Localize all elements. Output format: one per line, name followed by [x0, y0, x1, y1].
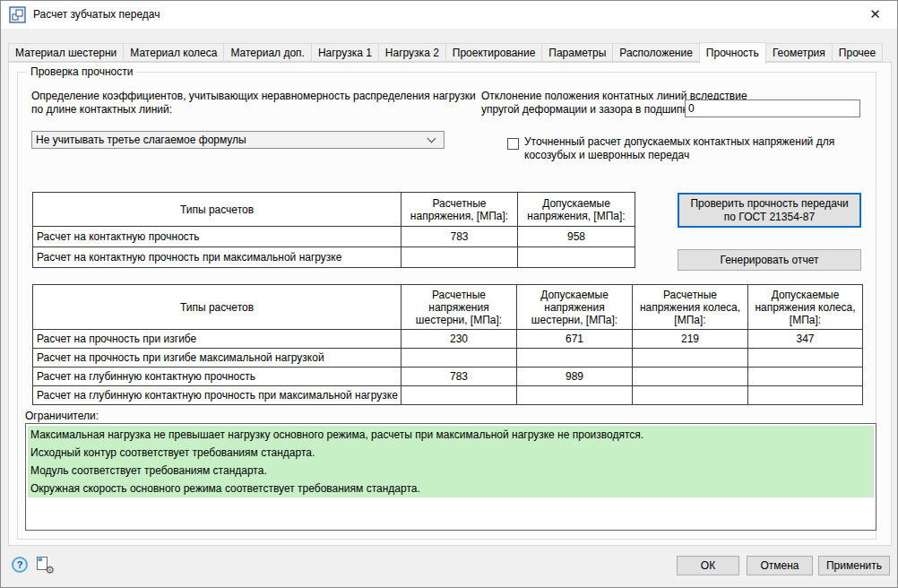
value-cell	[633, 386, 748, 405]
limiter-message: Окружная скорость основного режима соотв…	[28, 480, 874, 497]
coeff-method-value: Не учитывать третье слагаемое формулы	[32, 134, 428, 146]
value-cell: 347	[748, 330, 863, 349]
contact-strength-table: Типы расчетовРасчетные напряжения, [МПа]…	[32, 192, 635, 268]
tab-bar: Материал шестерниМатериал колесаМатериал…	[8, 41, 882, 62]
tab-0[interactable]: Материал шестерни	[8, 43, 124, 62]
value-cell	[402, 247, 518, 268]
value-cell	[517, 386, 633, 405]
row-label-cell: Расчет на прочность при изгибе максималь…	[33, 349, 402, 368]
help-icon[interactable]: ?	[12, 557, 28, 573]
dialog-window: Расчет зубчатых передач ✕ Материал шесте…	[0, 0, 898, 588]
limiters-list[interactable]: Максимальная нагрузка не превышает нагру…	[25, 423, 876, 531]
title-bar: Расчет зубчатых передач ✕	[1, 1, 897, 29]
limiter-message: Модуль соответствует требованиям стандар…	[28, 462, 874, 480]
column-header: Допускаемые напряжения шестерни, [МПа]:	[517, 285, 633, 330]
refined-calc-checkbox[interactable]	[507, 138, 519, 150]
settings-icon[interactable]: ⚙	[35, 556, 52, 573]
tab-1[interactable]: Материал колеса	[123, 43, 224, 62]
value-cell	[518, 247, 635, 268]
value-cell	[748, 386, 863, 405]
row-label-cell: Расчет на контактную прочность	[33, 227, 402, 247]
tab-10[interactable]: Прочее	[832, 43, 883, 62]
column-header: Допускаемые напряжения колеса, [МПа]:	[748, 285, 863, 330]
value-cell	[402, 386, 517, 405]
value-cell: 671	[517, 330, 633, 349]
value-cell	[633, 368, 748, 386]
value-cell: 783	[402, 227, 518, 247]
coeff-method-label: Определение коэффициентов, учитывающих н…	[31, 90, 484, 117]
table-row: Расчет на прочность при изгибе2306712193…	[33, 330, 863, 349]
value-cell: 958	[518, 227, 635, 247]
table-row: Расчет на глубинную контактную прочность…	[33, 386, 863, 405]
row-label-cell: Расчет на глубинную контактную прочность…	[33, 386, 402, 405]
tab-3[interactable]: Нагрузка 1	[311, 43, 379, 62]
value-cell	[517, 349, 633, 368]
table-row: Расчет на контактную прочность783958	[33, 227, 635, 247]
value-cell	[633, 349, 748, 368]
generate-report-button[interactable]: Генерировать отчет	[678, 249, 861, 271]
row-label-cell: Расчет на глубинную контактную прочность	[33, 368, 402, 386]
ok-button[interactable]: ОК	[677, 556, 739, 575]
tab-6[interactable]: Параметры	[541, 43, 613, 62]
limiter-message: Исходный контур соответствует требования…	[28, 444, 874, 462]
column-header: Типы расчетов	[33, 193, 402, 227]
tab-8[interactable]: Прочность	[699, 42, 766, 64]
tab-9[interactable]: Геометрия	[765, 43, 833, 62]
value-cell: 230	[402, 330, 517, 349]
gear-icon: ⚙	[45, 564, 55, 576]
row-label-cell: Расчет на контактную прочность при макси…	[33, 247, 402, 268]
refined-calc-checkbox-label: Уточненный расчет допускаемых контактных…	[524, 135, 865, 162]
limiters-label: Ограничители:	[25, 410, 99, 423]
column-header: Допускаемые напряжения, [МПа]:	[518, 193, 635, 227]
tab-5[interactable]: Проектирование	[445, 43, 543, 62]
bending-strength-table: Типы расчетовРасчетные напряжения шестер…	[32, 284, 863, 405]
column-header: Расчетные напряжения колеса, [МПа]:	[633, 285, 748, 330]
limiter-message: Максимальная нагрузка не превышает нагру…	[28, 426, 874, 444]
tab-7[interactable]: Расположение	[612, 43, 700, 62]
cancel-button[interactable]: Отмена	[747, 556, 813, 575]
apply-button[interactable]: Применить	[818, 556, 890, 575]
results-table: Типы расчетовРасчетные напряжения, [МПа]…	[32, 192, 635, 268]
window-title: Расчет зубчатых передач	[33, 8, 160, 21]
value-cell: 219	[633, 330, 748, 349]
column-header: Типы расчетов	[33, 285, 402, 330]
row-label-cell: Расчет на прочность при изгибе	[33, 330, 402, 349]
deviation-input[interactable]	[685, 99, 860, 117]
table-row: Расчет на прочность при изгибе максималь…	[33, 349, 863, 368]
app-icon	[9, 6, 26, 23]
results-table: Типы расчетовРасчетные напряжения шестер…	[32, 284, 863, 405]
close-icon[interactable]: ✕	[855, 1, 895, 28]
value-cell	[748, 349, 863, 368]
chevron-down-icon	[427, 134, 436, 143]
value-cell	[402, 349, 517, 368]
check-strength-button[interactable]: Проверить прочность передачи по ГОСТ 213…	[678, 193, 861, 228]
column-header: Расчетные напряжения шестерни, [МПа]:	[402, 285, 517, 330]
group-title: Проверка прочности	[26, 65, 137, 78]
tab-2[interactable]: Материал доп.	[223, 43, 311, 62]
value-cell: 783	[402, 368, 517, 386]
tab-4[interactable]: Нагрузка 2	[378, 43, 446, 62]
column-header: Расчетные напряжения, [МПа]:	[402, 193, 518, 227]
value-cell	[748, 368, 863, 386]
coeff-method-select[interactable]: Не учитывать третье слагаемое формулы	[31, 131, 445, 149]
table-row: Расчет на глубинную контактную прочность…	[33, 368, 863, 386]
table-row: Расчет на контактную прочность при макси…	[33, 247, 635, 268]
value-cell: 989	[517, 368, 633, 386]
